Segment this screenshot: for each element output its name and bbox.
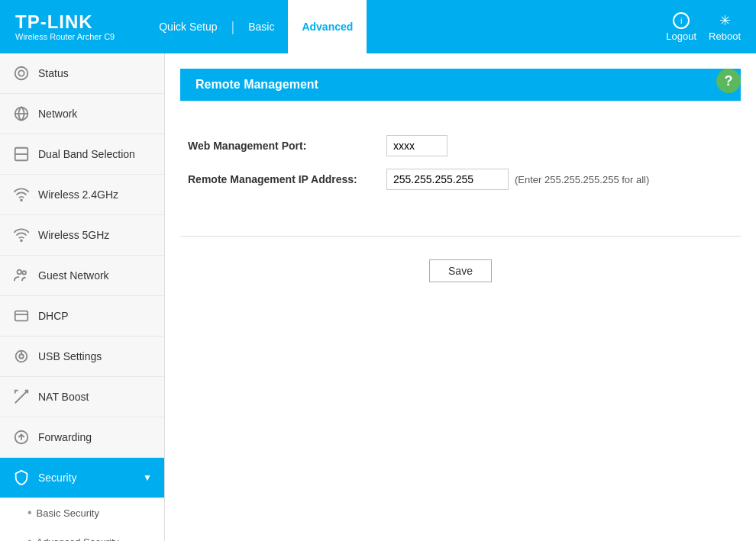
submenu-label-advanced-security: Advanced Security [37,536,119,542]
nat-boost-icon [12,388,31,406]
reboot-label: Reboot [709,31,741,42]
ip-address-input[interactable] [386,169,509,190]
svg-point-1 [18,70,24,76]
content-area: ? Remote Management Web Management Port:… [165,53,756,541]
sidebar-label-dhcp: DHCP [38,310,152,322]
form-section: Web Management Port: Remote Management I… [165,117,756,221]
ip-address-row: Remote Management IP Address: (Enter 255… [188,169,733,190]
dhcp-icon [12,307,31,325]
svg-point-8 [18,270,22,275]
sidebar-label-network: Network [38,108,152,120]
sidebar-item-forwarding[interactable]: Forwarding [0,417,164,458]
svg-point-7 [21,240,22,241]
submenu-label-basic-security: Basic Security [37,507,99,519]
dual-band-icon [12,145,31,163]
sidebar: Status Network Dual Band S [0,53,165,541]
security-chevron-icon: ▼ [143,472,152,483]
main-layout: Status Network Dual Band S [0,53,756,541]
status-icon [12,64,31,82]
sidebar-item-guest-network[interactable]: Guest Network [0,256,164,296]
header: TP-LINK Wireless Router Archer C9 Quick … [0,0,756,53]
header-actions: i Logout ✳ Reboot [666,12,741,42]
logout-icon: i [673,12,690,29]
sidebar-label-wireless-5: Wireless 5GHz [38,229,152,241]
ip-address-label: Remote Management IP Address: [188,173,386,185]
nav-area: Quick Setup | Basic Advanced [145,0,666,53]
reboot-icon: ✳ [716,12,733,29]
web-port-input[interactable] [386,135,447,156]
sidebar-label-status: Status [38,67,152,79]
sidebar-item-dhcp[interactable]: DHCP [0,296,164,337]
sidebar-label-guest-network: Guest Network [38,269,152,282]
svg-point-13 [19,354,24,359]
sidebar-label-forwarding: Forwarding [38,431,152,443]
svg-point-6 [21,199,22,201]
save-row: Save [165,252,756,298]
logo-area: TP-LINK Wireless Router Archer C9 [15,12,115,41]
sidebar-label-wireless-24: Wireless 2.4GHz [38,188,152,201]
sidebar-label-dual-band: Dual Band Selection [38,148,152,160]
logout-action[interactable]: i Logout [666,12,696,42]
wireless-24-icon [12,185,31,204]
sidebar-item-security[interactable]: Security ▼ [0,458,164,498]
brand-subtitle: Wireless Router Archer C9 [15,32,115,41]
wireless-5-icon [12,226,31,244]
sidebar-label-usb: USB Settings [38,350,152,362]
sidebar-item-usb-settings[interactable]: USB Settings [0,337,164,377]
usb-settings-icon [12,347,31,365]
sidebar-item-network[interactable]: Network [0,94,164,134]
page-title: Remote Management [180,69,741,101]
network-icon [12,105,31,123]
sidebar-item-dual-band[interactable]: Dual Band Selection [0,134,164,175]
save-button[interactable]: Save [429,259,492,282]
bullet-advanced-security: • [27,535,32,541]
sidebar-item-nat-boost[interactable]: NAT Boost [0,377,164,417]
top-divider [180,101,741,101]
sidebar-item-wireless-5[interactable]: Wireless 5GHz [0,215,164,256]
svg-point-0 [15,67,28,80]
help-button[interactable]: ? [716,69,741,93]
ip-hint: (Enter 255.255.255.255 for all) [515,174,649,185]
brand-name: TP-LINK [15,12,115,32]
web-port-row: Web Management Port: [188,135,733,156]
sidebar-item-wireless-24[interactable]: Wireless 2.4GHz [0,175,164,215]
guest-network-icon [12,266,31,285]
submenu-basic-security[interactable]: • Basic Security [0,498,164,527]
forwarding-icon [12,428,31,446]
logout-label: Logout [666,31,696,42]
nav-advanced[interactable]: Advanced [288,0,367,53]
sidebar-item-status[interactable]: Status [0,53,164,94]
web-port-label: Web Management Port: [188,140,386,152]
nav-quick-setup[interactable]: Quick Setup [145,0,231,53]
sidebar-label-nat-boost: NAT Boost [38,391,152,403]
nav-separator: | [231,19,234,35]
security-submenu: • Basic Security • Advanced Security • L… [0,498,164,541]
nav-basic[interactable]: Basic [234,0,288,53]
bullet-basic-security: • [27,506,32,520]
svg-point-9 [22,271,26,275]
submenu-advanced-security[interactable]: • Advanced Security [0,527,164,541]
svg-rect-10 [15,311,28,321]
security-icon [12,469,31,487]
bottom-divider [180,236,741,237]
reboot-action[interactable]: ✳ Reboot [709,12,741,42]
sidebar-label-security: Security [38,472,135,484]
